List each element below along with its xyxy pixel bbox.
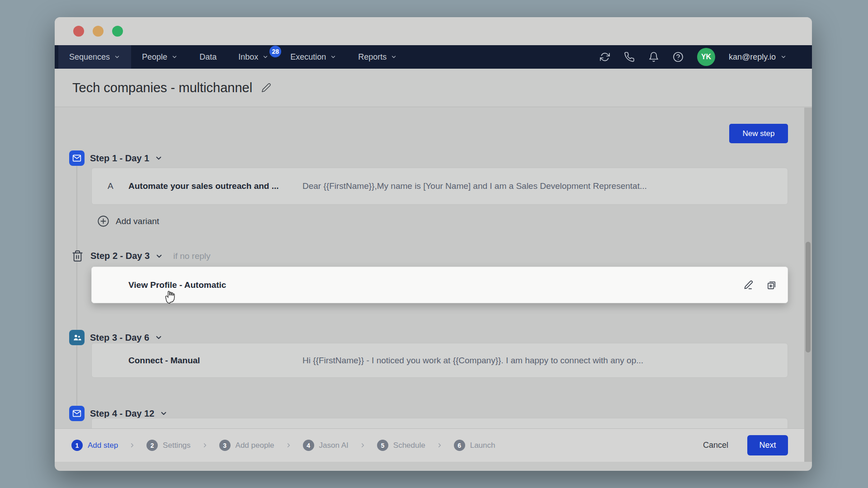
step-4-card-partial[interactable] (91, 418, 788, 428)
page-title: Tech companies - multichannel (72, 80, 252, 95)
variant-label: A (108, 181, 128, 191)
nav-item-sequences[interactable]: Sequences (58, 45, 131, 69)
wizard-step-label: Schedule (393, 441, 425, 450)
sync-icon[interactable] (599, 52, 610, 62)
email-step-icon (69, 150, 85, 166)
step-connector-line (76, 165, 77, 418)
email-step-icon (69, 406, 85, 421)
chevron-right-icon (285, 442, 292, 449)
wizard-step-number: 2 (146, 440, 158, 451)
wizard-footer: 1 Add step 2 Settings 3 Add people 4 Jas… (55, 428, 812, 462)
edit-title-icon[interactable] (261, 83, 271, 93)
chevron-down-icon (780, 54, 787, 60)
nav-item-execution[interactable]: Execution (279, 45, 347, 69)
bell-icon[interactable] (648, 52, 659, 62)
envelope-icon (72, 154, 81, 163)
chevron-right-icon (436, 442, 443, 449)
nav-item-label: Execution (290, 52, 326, 62)
nav-item-label: Data (199, 52, 217, 62)
chevron-down-icon[interactable] (155, 333, 163, 342)
next-button[interactable]: Next (747, 435, 788, 455)
nav-item-data[interactable]: Data (189, 45, 227, 69)
chevron-down-icon (262, 54, 269, 60)
add-variant-label: Add variant (116, 216, 159, 226)
help-icon[interactable] (673, 52, 684, 62)
wizard-step-number: 1 (71, 440, 83, 451)
wizard-step-launch[interactable]: 6 Launch (454, 440, 495, 451)
wizard-step-label: Launch (470, 441, 495, 450)
chevron-right-icon (129, 442, 136, 449)
email-preview: Dear {{FirstName}},My name is [Your Name… (302, 181, 777, 191)
email-subject: Automate your sales outreach and ... (128, 181, 302, 191)
wizard-step-number: 5 (377, 440, 388, 451)
desktop: { "nav": { "items": [ { "label": "Sequen… (0, 0, 868, 488)
wizard-step-label: Jason AI (319, 441, 349, 450)
page-header: Tech companies - multichannel (55, 69, 812, 107)
duplicate-icon[interactable] (766, 280, 777, 290)
chevron-down-icon[interactable] (155, 252, 163, 260)
chevron-down-icon (330, 54, 336, 60)
chevron-down-icon (171, 54, 178, 60)
chevron-down-icon (391, 54, 397, 60)
mouse-cursor (165, 290, 178, 305)
window-titlebar (55, 17, 812, 45)
nav-item-label: Inbox (238, 52, 258, 62)
task-preview: Hi {{FirstName}} - I noticed you work at… (302, 356, 777, 366)
wizard-step-settings[interactable]: 2 Settings (146, 440, 190, 451)
nav-item-label: Reports (358, 52, 387, 62)
chevron-down-icon[interactable] (155, 154, 163, 162)
nav-utilities: YK kan@reply.io (599, 45, 812, 69)
maximize-window-button[interactable] (112, 26, 123, 37)
linkedin-step-icon (69, 330, 85, 345)
account-email: kan@reply.io (729, 52, 776, 62)
phone-icon[interactable] (624, 52, 635, 62)
minimize-window-button[interactable] (93, 26, 104, 37)
step-condition: if no reply (173, 251, 210, 261)
step-title: Step 1 - Day 1 (90, 153, 149, 164)
step-2-header[interactable]: Step 2 - Day 3 if no reply (71, 250, 211, 262)
wizard-steps: 1 Add step 2 Settings 3 Add people 4 Jas… (71, 440, 495, 451)
wizard-step-number: 6 (454, 440, 465, 451)
cancel-button[interactable]: Cancel (703, 441, 728, 450)
step-title: Step 4 - Day 12 (90, 408, 154, 419)
people-icon (72, 333, 82, 343)
nav-menu: Sequences People Data Inbox 28 Execution… (58, 45, 408, 69)
wizard-step-jason-ai[interactable]: 4 Jason AI (303, 440, 349, 451)
card-actions (743, 280, 777, 290)
step-3-task-card[interactable]: Connect - Manual Hi {{FirstName}} - I no… (91, 343, 788, 378)
close-window-button[interactable] (73, 26, 84, 37)
nav-item-inbox[interactable]: Inbox 28 (227, 45, 279, 69)
plus-circle-icon (97, 215, 109, 227)
nav-item-people[interactable]: People (131, 45, 189, 69)
scrollbar-thumb[interactable] (806, 242, 811, 352)
wizard-step-add-people[interactable]: 3 Add people (219, 440, 274, 451)
trash-icon[interactable] (71, 250, 84, 262)
wizard-step-number: 4 (303, 440, 314, 451)
wizard-step-number: 3 (219, 440, 231, 451)
user-avatar[interactable]: YK (697, 48, 715, 66)
edit-icon[interactable] (743, 280, 754, 290)
footer-actions: Cancel Next (703, 435, 788, 455)
nav-item-reports[interactable]: Reports (347, 45, 408, 69)
wizard-step-label: Settings (163, 441, 190, 450)
task-title: Connect - Manual (128, 356, 302, 366)
wizard-step-add-step[interactable]: 1 Add step (71, 440, 118, 451)
sequence-editor: New step Step 1 - Day 1 A Automate your … (55, 108, 812, 428)
nav-item-label: Sequences (69, 52, 110, 62)
chevron-right-icon (359, 442, 366, 449)
wizard-step-label: Add step (88, 441, 118, 450)
new-step-button[interactable]: New step (729, 124, 788, 143)
wizard-step-label: Add people (236, 441, 274, 450)
envelope-icon (72, 409, 81, 418)
step-1-header[interactable]: Step 1 - Day 1 (69, 150, 163, 166)
task-title: View Profile - Automatic (128, 280, 302, 290)
wizard-step-schedule[interactable]: 5 Schedule (377, 440, 425, 451)
step-2-task-card[interactable]: View Profile - Automatic (91, 267, 788, 303)
account-menu[interactable]: kan@reply.io (729, 52, 787, 62)
chevron-down-icon (114, 54, 120, 60)
add-variant-button[interactable]: Add variant (97, 215, 159, 227)
step-title: Step 2 - Day 3 (90, 251, 150, 261)
step-title: Step 3 - Day 6 (90, 333, 149, 343)
step-1-email-card[interactable]: A Automate your sales outreach and ... D… (91, 168, 788, 205)
chevron-down-icon[interactable] (160, 409, 168, 418)
